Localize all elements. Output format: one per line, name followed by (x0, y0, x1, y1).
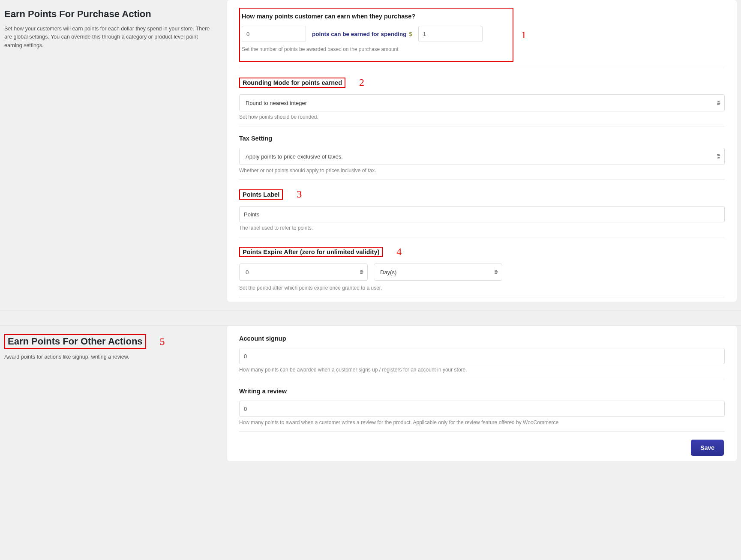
points-per-purchase-label: How many points customer can earn when t… (242, 13, 415, 20)
rounding-mode-help: Set how points should be rounded. (239, 114, 725, 120)
rounding-mode-select[interactable]: Round to nearest integer (239, 94, 725, 111)
writing-review-input[interactable] (239, 401, 725, 417)
writing-review-help: How many points to award when a customer… (239, 419, 725, 425)
section-other-title: Earn Points For Other Actions (8, 336, 143, 347)
points-earned-input[interactable] (242, 26, 306, 42)
account-signup-input[interactable] (239, 348, 725, 364)
annotation-3: 3 (297, 189, 302, 200)
save-button[interactable]: Save (691, 440, 724, 456)
section-other-desc: Award points for actions like signup, wr… (4, 353, 214, 361)
annotation-2: 2 (359, 77, 364, 88)
points-per-purchase-help: Set the number of points be awarded base… (242, 46, 507, 52)
annotation-1: 1 (521, 29, 526, 41)
points-expire-help: Set the period after which points expire… (239, 285, 725, 291)
annotation-4: 4 (396, 246, 402, 258)
account-signup-label: Account signup (239, 335, 286, 342)
spend-amount-input[interactable] (418, 26, 483, 42)
tax-setting-help: Whether or not points should apply to pr… (239, 168, 725, 174)
points-expire-number-select[interactable]: 0 (239, 264, 368, 281)
points-expire-label: Points Expire After (zero for unlimited … (243, 249, 379, 255)
section-purchase-title: Earn Points For Purchase Action (4, 9, 214, 20)
points-expire-unit-select[interactable]: Day(s) (374, 264, 502, 281)
annotation-5: 5 (160, 336, 165, 347)
tax-setting-select[interactable]: Apply points to price exclusive of taxes… (239, 148, 725, 165)
other-actions-card: Account signup How many points can be aw… (227, 326, 737, 461)
writing-review-label: Writing a review (239, 388, 287, 395)
rounding-mode-label: Rounding Mode for points earned (243, 79, 342, 86)
section-purchase-desc: Set how your customers will earn points … (4, 25, 214, 50)
points-label-help: The label used to refer to points. (239, 225, 725, 231)
points-spend-midtext: points can be earned for spending$ (312, 31, 412, 37)
points-label-label: Points Label (243, 191, 279, 198)
account-signup-help: How many points can be awarded when a cu… (239, 367, 725, 373)
tax-setting-label: Tax Setting (239, 135, 272, 142)
purchase-settings-card: How many points customer can earn when t… (227, 0, 737, 302)
points-label-input[interactable] (239, 206, 725, 222)
